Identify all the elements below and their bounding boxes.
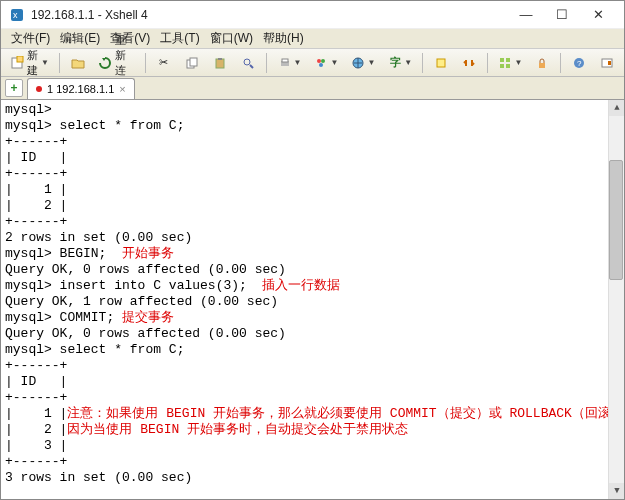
- svg-rect-11: [282, 59, 288, 62]
- reconnect-icon: [98, 55, 112, 71]
- printer-icon: [277, 55, 293, 71]
- script-button[interactable]: [428, 52, 454, 74]
- options-button[interactable]: [594, 52, 620, 74]
- toolbar: 新建▼ 重新连接 ✂ ▼ ▼ ▼ 字▼ ▼ ?: [1, 49, 624, 77]
- transfer-icon: [461, 55, 477, 71]
- maximize-button[interactable]: ☐: [544, 2, 580, 28]
- terminal-line: | 1 |注意：如果使用 BEGIN 开始事务，那么就必须要使用 COMMIT（…: [5, 406, 620, 422]
- terminal-line: mysql> insert into C values(3); 插入一行数据: [5, 278, 620, 294]
- paste-button[interactable]: [207, 52, 233, 74]
- tabbar: + 1 192.168.1.1 ×: [1, 77, 624, 100]
- menubar: 文件(F) 编辑(E) 查看(V) 工具(T) 窗口(W) 帮助(H): [1, 29, 624, 49]
- cut-button[interactable]: ✂: [151, 52, 177, 74]
- lock-button[interactable]: [529, 52, 555, 74]
- terminal-line: 3 rows in set (0.00 sec): [5, 470, 620, 486]
- tab-close-button[interactable]: ×: [119, 83, 125, 95]
- terminal-line: Query OK, 0 rows affected (0.00 sec): [5, 326, 620, 342]
- svg-rect-18: [506, 58, 510, 62]
- encoding-button[interactable]: 字▼: [382, 52, 417, 74]
- terminal[interactable]: mysql>mysql> select * from C;+------+| I…: [1, 100, 624, 499]
- terminal-line: | 2 |因为当使用 BEGIN 开始事务时，自动提交会处于禁用状态: [5, 422, 620, 438]
- svg-point-14: [319, 63, 323, 67]
- menu-tools[interactable]: 工具(T): [156, 30, 203, 47]
- annotation-text: 注意：如果使用 BEGIN 开始事务，那么就必须要使用 COMMIT（提交）或 …: [67, 406, 624, 421]
- close-button[interactable]: ✕: [580, 2, 616, 28]
- svg-text:?: ?: [577, 59, 582, 68]
- options-icon: [599, 55, 615, 71]
- svg-rect-3: [17, 56, 23, 62]
- transfer-button[interactable]: [456, 52, 482, 74]
- terminal-line: +------+: [5, 166, 620, 182]
- reconnect-button[interactable]: 重新连接: [93, 52, 141, 74]
- find-button[interactable]: [235, 52, 261, 74]
- status-dot-icon: [36, 86, 42, 92]
- svg-rect-5: [190, 58, 197, 66]
- terminal-line: | ID |: [5, 374, 620, 390]
- terminal-line: +------+: [5, 214, 620, 230]
- terminal-line: | ID |: [5, 150, 620, 166]
- separator: [422, 53, 423, 73]
- svg-line-9: [250, 65, 253, 68]
- app-icon: x: [9, 7, 25, 23]
- terminal-line: Query OK, 0 rows affected (0.00 sec): [5, 262, 620, 278]
- globe-button[interactable]: ▼: [345, 52, 380, 74]
- menu-window[interactable]: 窗口(W): [206, 30, 257, 47]
- script-icon: [433, 55, 449, 71]
- terminal-line: | 3 |: [5, 438, 620, 454]
- svg-point-12: [317, 59, 321, 63]
- svg-rect-6: [216, 59, 224, 68]
- terminal-line: mysql> select * from C;: [5, 118, 620, 134]
- help-button[interactable]: ?: [566, 52, 592, 74]
- open-button[interactable]: [65, 52, 91, 74]
- scroll-up-button[interactable]: ▲: [609, 100, 624, 116]
- svg-rect-21: [539, 63, 545, 68]
- palette-icon: [313, 55, 329, 71]
- svg-rect-20: [506, 64, 510, 68]
- search-icon: [240, 55, 256, 71]
- terminal-line: mysql>: [5, 102, 620, 118]
- scroll-down-button[interactable]: ▼: [609, 483, 624, 499]
- copy-button[interactable]: [179, 52, 205, 74]
- tile-button[interactable]: ▼: [492, 52, 527, 74]
- separator: [487, 53, 488, 73]
- new-label: 新建: [27, 48, 40, 78]
- terminal-line: +------+: [5, 390, 620, 406]
- separator: [266, 53, 267, 73]
- vertical-scrollbar[interactable]: ▲ ▼: [608, 100, 624, 499]
- paste-icon: [212, 55, 228, 71]
- tab-session[interactable]: 1 192.168.1.1 ×: [27, 78, 135, 99]
- titlebar: x 192.168.1.1 - Xshell 4 — ☐ ✕: [1, 1, 624, 29]
- help-icon: ?: [571, 55, 587, 71]
- encoding-icon: 字: [387, 55, 403, 71]
- new-icon: [10, 55, 24, 71]
- tab-label: 1 192.168.1.1: [47, 83, 114, 95]
- menu-edit[interactable]: 编辑(E): [56, 30, 104, 47]
- minimize-button[interactable]: —: [508, 2, 544, 28]
- svg-text:x: x: [13, 10, 18, 20]
- svg-rect-7: [218, 58, 222, 60]
- window-title: 192.168.1.1 - Xshell 4: [31, 8, 148, 22]
- scroll-thumb[interactable]: [609, 160, 623, 280]
- svg-point-13: [321, 59, 325, 63]
- terminal-line: mysql> BEGIN; 开始事务: [5, 246, 620, 262]
- terminal-line: 2 rows in set (0.00 sec): [5, 230, 620, 246]
- menu-file[interactable]: 文件(F): [7, 30, 54, 47]
- copy-icon: [184, 55, 200, 71]
- folder-icon: [70, 55, 86, 71]
- new-tab-button[interactable]: +: [5, 79, 23, 97]
- menu-help[interactable]: 帮助(H): [259, 30, 308, 47]
- svg-rect-25: [608, 61, 611, 65]
- annotation-text: 提交事务: [122, 310, 174, 325]
- separator: [59, 53, 60, 73]
- terminal-line: mysql> select * from C;: [5, 342, 620, 358]
- terminal-line: +------+: [5, 134, 620, 150]
- profiles-button[interactable]: ▼: [308, 52, 343, 74]
- print-button[interactable]: ▼: [272, 52, 307, 74]
- terminal-line: | 1 |: [5, 182, 620, 198]
- scissors-icon: ✂: [156, 55, 172, 71]
- terminal-line: +------+: [5, 454, 620, 470]
- terminal-line: Query OK, 1 row affected (0.00 sec): [5, 294, 620, 310]
- new-button[interactable]: 新建▼: [5, 52, 54, 74]
- separator: [560, 53, 561, 73]
- annotation-text: 开始事务: [122, 246, 174, 261]
